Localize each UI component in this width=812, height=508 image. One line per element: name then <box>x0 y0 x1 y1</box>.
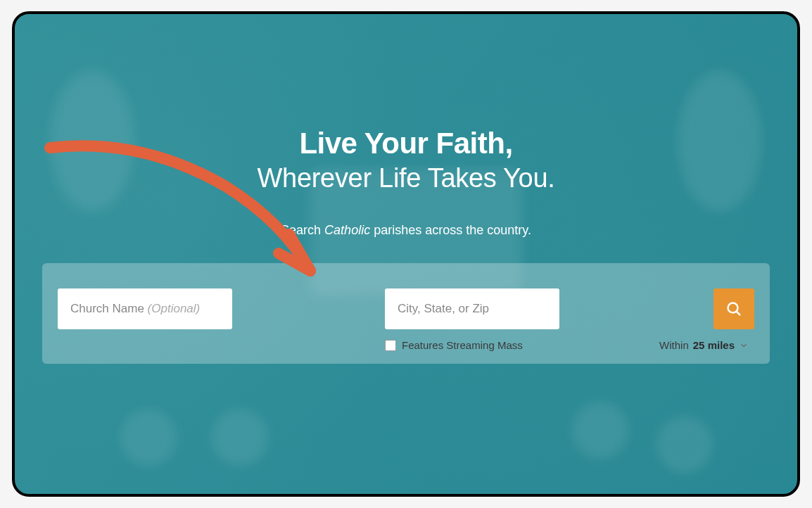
church-name-input-wrapper: Church Name (Optional) <box>58 288 378 329</box>
hero-subline: Search Catholic parishes across the coun… <box>281 223 531 238</box>
radius-prefix-label: Within <box>659 339 689 351</box>
search-options-row: Features Streaming Mass Within 25 miles <box>385 339 754 351</box>
svg-line-1 <box>737 312 741 316</box>
search-icon <box>725 300 742 317</box>
location-input[interactable] <box>385 288 559 329</box>
headline-secondary: Wherever Life Takes You. <box>257 163 554 193</box>
headline-primary: Live Your Faith, <box>257 127 554 160</box>
church-name-input[interactable] <box>58 288 232 329</box>
radius-selector[interactable]: Within 25 miles <box>659 339 749 351</box>
background-decoration <box>15 14 797 494</box>
streaming-mass-label: Features Streaming Mass <box>402 339 523 351</box>
streaming-mass-checkbox[interactable]: Features Streaming Mass <box>385 339 523 351</box>
hero-headline: Live Your Faith, Wherever Life Takes You… <box>257 127 554 193</box>
chevron-down-icon <box>739 341 749 350</box>
search-button[interactable] <box>713 288 754 329</box>
svg-point-0 <box>728 303 738 313</box>
search-inputs-row: Church Name (Optional) <box>58 288 754 329</box>
checkbox-box-icon <box>385 340 396 351</box>
location-input-wrapper <box>385 288 706 329</box>
subline-suffix: parishes across the country. <box>370 223 531 237</box>
subline-italic: Catholic <box>324 223 370 237</box>
hero-section: Live Your Faith, Wherever Life Takes You… <box>12 11 800 497</box>
search-panel: Church Name (Optional) Features Streamin… <box>42 263 770 364</box>
subline-prefix: Search <box>281 223 324 237</box>
radius-value-label: 25 miles <box>693 339 735 351</box>
